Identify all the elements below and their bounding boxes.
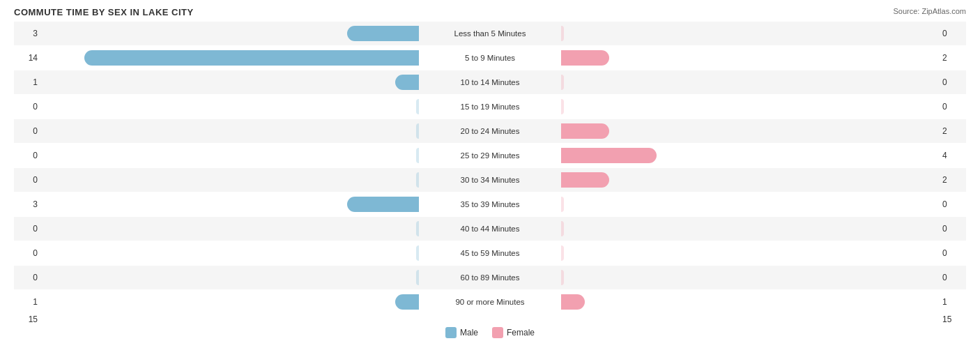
bars-center: Less than 5 Minutes <box>42 22 938 45</box>
legend: Male Female <box>14 327 966 338</box>
female-bar <box>561 294 585 310</box>
female-bar-container <box>560 99 938 114</box>
bars-center: 20 to 24 Minutes <box>42 119 938 143</box>
bar-row: 3 35 to 39 Minutes 0 <box>14 192 966 216</box>
right-value: 2 <box>938 53 966 63</box>
bar-row: 0 40 to 44 Minutes 0 <box>14 217 966 241</box>
female-bar-container <box>560 123 938 139</box>
female-legend-label: Female <box>507 328 535 338</box>
right-value: 0 <box>938 273 966 282</box>
female-legend-box <box>492 327 503 338</box>
chart-title: COMMUTE TIME BY SEX IN LAKE CITY <box>14 7 966 17</box>
right-value: 0 <box>938 224 966 234</box>
male-bar <box>416 148 419 163</box>
female-bar <box>561 172 609 188</box>
left-value: 3 <box>14 29 42 38</box>
row-label: 90 or more Minutes <box>420 298 560 306</box>
left-value: 0 <box>14 273 42 282</box>
male-bar <box>395 294 419 310</box>
bar-row: 1 10 to 14 Minutes 0 <box>14 70 966 94</box>
row-label: 35 to 39 Minutes <box>420 200 560 208</box>
bars-center: 10 to 14 Minutes <box>42 70 938 94</box>
chart-area: 3 Less than 5 Minutes 0 14 5 to 9 Minute… <box>14 22 966 314</box>
female-bar <box>561 75 564 90</box>
right-value: 0 <box>938 248 966 258</box>
female-bar-container <box>560 221 938 236</box>
female-bar <box>561 123 609 139</box>
female-bar-container <box>560 197 938 212</box>
bars-center: 5 to 9 Minutes <box>42 46 938 70</box>
male-bar-container <box>42 75 420 90</box>
bar-row: 14 5 to 9 Minutes 2 <box>14 46 966 70</box>
bars-center: 35 to 39 Minutes <box>42 192 938 216</box>
bar-row: 0 30 to 34 Minutes 2 <box>14 168 966 192</box>
female-bar <box>561 245 564 261</box>
male-bar <box>395 75 419 90</box>
male-legend-label: Male <box>460 328 478 338</box>
male-bar-container <box>42 148 420 163</box>
female-bar <box>561 99 564 114</box>
female-bar <box>561 26 564 41</box>
left-value: 0 <box>14 175 42 185</box>
bars-center: 90 or more Minutes <box>42 290 938 314</box>
left-value: 0 <box>14 102 42 112</box>
female-bar-container <box>560 148 938 163</box>
male-bar-container <box>42 270 420 285</box>
left-value: 3 <box>14 199 42 209</box>
male-bar <box>416 270 419 285</box>
row-label: Less than 5 Minutes <box>420 29 560 38</box>
female-bar-container <box>560 294 938 310</box>
bar-row: 0 15 to 19 Minutes 0 <box>14 95 966 119</box>
left-value: 1 <box>14 77 42 87</box>
male-bar-container <box>42 172 420 188</box>
row-label: 45 to 59 Minutes <box>420 249 560 257</box>
left-value: 1 <box>14 297 42 307</box>
female-bar-container <box>560 50 938 66</box>
row-label: 15 to 19 Minutes <box>420 103 560 111</box>
male-bar <box>416 221 419 236</box>
bars-center: 25 to 29 Minutes <box>42 144 938 167</box>
legend-female: Female <box>492 327 535 338</box>
female-bar <box>561 270 564 285</box>
male-bar-container <box>42 294 420 310</box>
row-label: 40 to 44 Minutes <box>420 225 560 233</box>
axis-right-max: 15 <box>938 314 966 324</box>
left-value: 14 <box>14 53 42 63</box>
male-bar-container <box>42 221 420 236</box>
male-bar-container <box>42 26 420 41</box>
right-value: 0 <box>938 77 966 87</box>
row-label: 30 to 34 Minutes <box>420 176 560 184</box>
source-text: Source: ZipAtlas.com <box>893 7 966 15</box>
male-bar-container <box>42 99 420 114</box>
bar-row: 0 25 to 29 Minutes 4 <box>14 144 966 167</box>
bar-row: 3 Less than 5 Minutes 0 <box>14 22 966 45</box>
male-legend-box <box>445 327 457 338</box>
right-value: 4 <box>938 151 966 160</box>
female-bar <box>561 50 609 66</box>
bars-center: 40 to 44 Minutes <box>42 217 938 241</box>
chart-container: COMMUTE TIME BY SEX IN LAKE CITY Source:… <box>0 0 980 364</box>
axis-left-min: 15 <box>14 314 42 324</box>
male-bar-container <box>42 123 420 139</box>
male-bar <box>416 245 419 261</box>
right-value: 0 <box>938 199 966 209</box>
male-bar-container <box>42 197 420 212</box>
left-value: 0 <box>14 151 42 160</box>
male-bar <box>347 197 419 212</box>
bar-row: 0 60 to 89 Minutes 0 <box>14 266 966 289</box>
male-bar <box>416 99 419 114</box>
right-value: 2 <box>938 175 966 185</box>
row-label: 5 to 9 Minutes <box>420 54 560 62</box>
male-bar-container <box>42 245 420 261</box>
right-value: 0 <box>938 29 966 38</box>
row-label: 25 to 29 Minutes <box>420 151 560 160</box>
female-bar-container <box>560 245 938 261</box>
bar-row: 0 45 to 59 Minutes 0 <box>14 241 966 265</box>
bars-center: 30 to 34 Minutes <box>42 168 938 192</box>
female-bar <box>561 197 564 212</box>
male-bar <box>347 26 419 41</box>
female-bar <box>561 221 564 236</box>
male-bar <box>84 50 419 66</box>
right-value: 1 <box>938 297 966 307</box>
row-label: 60 to 89 Minutes <box>420 273 560 282</box>
